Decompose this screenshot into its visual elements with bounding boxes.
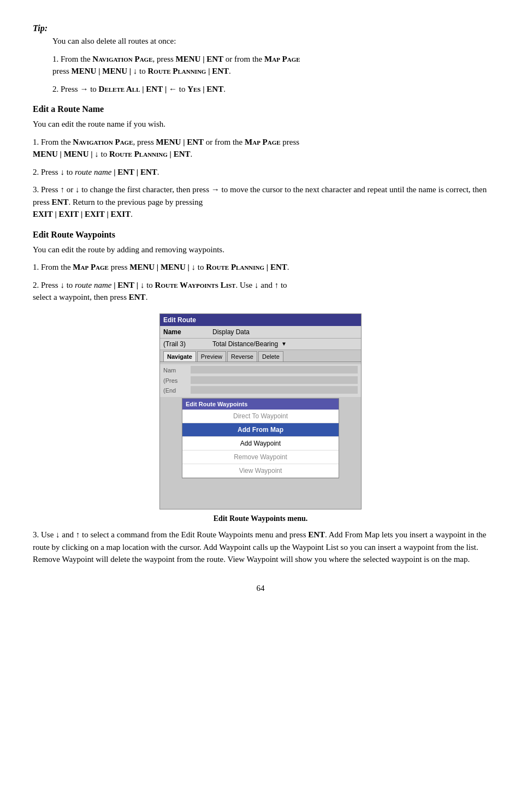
tip-indent: You can also delete all routes at once: … (52, 35, 488, 95)
menu-item-remove-waypoint[interactable]: Remove Waypoint (182, 451, 339, 464)
menu-row-nam: Nam (163, 365, 358, 376)
ern-step1: 1. From the Navigation Page, press MENU … (33, 136, 488, 161)
menu-row-end: (End (163, 386, 358, 396)
tab-navigate[interactable]: Navigate (163, 351, 196, 362)
edit-route-name-section: Edit a Route Name You can edit the route… (33, 103, 488, 221)
menu-distance-bearing: Total Distance/Bearing ▼ (212, 339, 358, 349)
menu-row-pres: (Pres (163, 376, 358, 386)
dropdown-arrow-icon: ▼ (281, 340, 287, 348)
tab-delete[interactable]: Delete (258, 351, 283, 362)
edit-route-name-intro: You can edit the route name if you wish. (33, 118, 488, 131)
menu-row-right-pres (191, 376, 358, 384)
menu-name-label: Name (163, 327, 212, 337)
edit-route-waypoints-heading: Edit Route Waypoints (33, 228, 488, 241)
tip-step2: 2. Press → to Delete All | ENT | ← to Ye… (52, 83, 488, 96)
edit-route-name-heading: Edit a Route Name (33, 103, 488, 116)
menu-display-data-label: Display Data (212, 327, 358, 337)
menu-titlebar: Edit Route (160, 314, 361, 326)
menu-header-row: Name Display Data (160, 326, 361, 339)
menu-popup-title: Edit Route Waypoints (182, 399, 339, 410)
menu-image: Edit Route Name Display Data (Trail 3) T… (159, 313, 362, 510)
menu-row-left-nam: Nam (163, 366, 191, 375)
menu-item-add-from-map[interactable]: Add From Map (182, 423, 339, 437)
menu-popup: Edit Route Waypoints Direct To Waypoint … (182, 398, 339, 479)
menu-row-left-pres: (Pres (163, 376, 191, 386)
menu-content-area: Nam (Pres (End Edit Route Waypoints Dire… (160, 362, 361, 509)
ern-step3: 3. Press ↑ or ↓ to change the first char… (33, 183, 488, 221)
menu-row-right-nam (191, 366, 358, 374)
ern-step2: 2. Press ↓ to route name | ENT | ENT. (33, 166, 488, 179)
menu-image-container: Edit Route Name Display Data (Trail 3) T… (33, 313, 488, 525)
menu-item-add-waypoint[interactable]: Add Waypoint (182, 437, 339, 451)
tab-reverse[interactable]: Reverse (227, 351, 257, 362)
menu-tabs-row: Navigate Preview Reverse Delete (160, 350, 361, 363)
erw-step2: 2. Press ↓ to route name | ENT | ↓ to Ro… (33, 279, 488, 304)
menu-spacer (160, 479, 361, 507)
tab-preview[interactable]: Preview (197, 351, 226, 362)
tip-line1: You can also delete all routes at once: (52, 35, 488, 48)
menu-row-left-end: (End (163, 386, 191, 395)
page-number: 64 (33, 582, 488, 595)
menu-trail-label: (Trail 3) (163, 339, 212, 349)
menu-data-row: (Trail 3) Total Distance/Bearing ▼ (160, 339, 361, 350)
tip-label: Tip: (33, 23, 48, 33)
erw-step1: 1. From the Map Page press MENU | MENU |… (33, 261, 488, 274)
menu-item-view-waypoint[interactable]: View Waypoint (182, 464, 339, 478)
erw-intro: You can edit the route by adding and rem… (33, 244, 488, 256)
menu-row-right-end (191, 386, 358, 394)
tip-step1: 1. From the Navigation Page, press MENU … (52, 53, 488, 78)
menu-caption: Edit Route Waypoints menu. (214, 513, 307, 524)
edit-route-waypoints-section: Edit Route Waypoints You can edit the ro… (33, 228, 488, 304)
step3-paragraph: 3. Use ↓ and ↑ to select a command from … (33, 529, 488, 566)
menu-rows-area: Nam (Pres (End (160, 364, 361, 397)
tip-block: Tip: You can also delete all routes at o… (33, 22, 488, 95)
menu-item-direct-to-waypoint[interactable]: Direct To Waypoint (182, 410, 339, 423)
